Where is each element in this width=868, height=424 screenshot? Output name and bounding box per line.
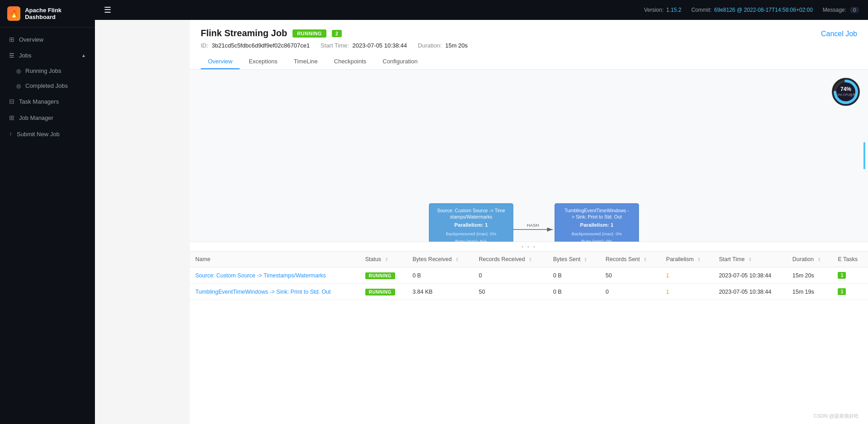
row1-parallelism-link[interactable]: 1 xyxy=(666,272,669,279)
jobs-chevron-icon: ▲ xyxy=(81,53,86,58)
row1-tasks-badge: 1 xyxy=(838,272,846,279)
sidebar-group-jobs: ☰ Jobs ▲ ◎ Running Jobs ◎ Completed Jobs xyxy=(0,48,95,93)
job-id-label: ID: 3b21cd5c5fdbc6d9df9ef02c86707ce1 xyxy=(201,42,310,49)
version-label: Version: xyxy=(644,7,663,13)
job-id-value: 3b21cd5c5fdbc6d9df9ef02c86707ce1 xyxy=(212,42,310,49)
job-duration-value: 15m 20s xyxy=(445,42,468,49)
sidebar-jobs-header[interactable]: ☰ Jobs ▲ xyxy=(0,48,95,63)
col-records-received: Records Received ⇕ xyxy=(473,252,547,267)
sidebar-item-running-jobs[interactable]: ◎ Running Jobs xyxy=(0,63,95,78)
svg-text:TumblingEventTimeWindows -: TumblingEventTimeWindows - xyxy=(565,208,629,213)
row2-name[interactable]: TumblingEventTimeWindows -> Sink: Print … xyxy=(190,284,360,300)
cancel-job-button[interactable]: Cancel Job xyxy=(821,30,857,38)
col-bytes-sent: Bytes Sent ⇕ xyxy=(547,252,600,267)
sidebar-logo: 🔥 Apache Flink Dashboard xyxy=(0,0,95,28)
job-start-time: Start Time: 2023-07-05 10:38:44 xyxy=(321,42,407,49)
row1-start-time: 2023-07-05 10:38:44 xyxy=(713,267,787,284)
task-managers-icon: ⊟ xyxy=(9,98,14,105)
col-name: Name xyxy=(190,252,360,267)
row2-tasks: 1 xyxy=(832,284,868,300)
scroll-thumb xyxy=(863,142,865,169)
row2-status: RUNNING xyxy=(360,284,407,300)
hamburger-icon[interactable]: ☰ xyxy=(104,5,111,15)
job-manager-label: Job Manager xyxy=(19,114,53,121)
svg-text:Parallelism: 1: Parallelism: 1 xyxy=(454,222,488,228)
tab-overview[interactable]: Overview xyxy=(201,54,240,69)
table-area: • • • Name Status ⇕ Bytes Received ⇕ Rec… xyxy=(190,242,868,300)
row1-name-link[interactable]: Source: Custom Source -> Timestamps/Wate… xyxy=(195,272,326,279)
row2-duration: 15m 19s xyxy=(787,284,833,300)
svg-text:Backpressured (max): 0%: Backpressured (max): 0% xyxy=(446,231,496,236)
completed-jobs-icon: ◎ xyxy=(16,83,21,89)
col-bytes-received: Bytes Received ⇕ xyxy=(407,252,473,267)
row2-parallelism-link[interactable]: 1 xyxy=(666,289,669,295)
version-value: 1.15.2 xyxy=(666,7,681,13)
row1-tasks: 1 xyxy=(832,267,868,284)
task-managers-label: Task Managers xyxy=(19,98,59,105)
parallelism-sort-icon: ⇕ xyxy=(697,257,701,262)
sidebar: 🔥 Apache Flink Dashboard ⊞ Overview ☰ Jo… xyxy=(0,0,95,424)
col-duration: Duration ⇕ xyxy=(787,252,833,267)
records-sent-sort-icon: ⇕ xyxy=(643,257,647,262)
col-start-time: Start Time ⇕ xyxy=(713,252,787,267)
start-time-sort-icon: ⇕ xyxy=(748,257,752,262)
tab-configuration[interactable]: Configuration xyxy=(375,54,425,69)
message-count-badge: 0 xyxy=(850,7,859,13)
submit-job-icon: ↑ xyxy=(9,130,12,138)
svg-text:Backpressured (max): 0%: Backpressured (max): 0% xyxy=(571,231,622,236)
topbar: ☰ Version: 1.15.2 Commit: 69e8126 @ 2022… xyxy=(95,0,868,20)
sidebar-jobs-label: Jobs xyxy=(19,52,31,59)
tab-timeline[interactable]: TimeLine xyxy=(287,54,325,69)
tab-checkpoints[interactable]: Checkpoints xyxy=(327,54,374,69)
commit-value: 69e8126 @ 2022-08-17T14:58:06+02:00 xyxy=(714,7,813,13)
job-count-badge: 2 xyxy=(332,30,342,37)
table-row: Source: Custom Source -> Timestamps/Wate… xyxy=(190,267,868,284)
table-row: TumblingEventTimeWindows -> Sink: Print … xyxy=(190,284,868,300)
more-cols-indicator: • • • xyxy=(190,242,868,251)
col-status: Status ⇕ xyxy=(360,252,407,267)
job-graph-svg: Source: Custom Source -> Time stamps/Wat… xyxy=(190,70,868,242)
sidebar-item-task-managers[interactable]: ⊟ Task Managers xyxy=(0,93,95,110)
table-header-row: Name Status ⇕ Bytes Received ⇕ Records R… xyxy=(190,252,868,267)
svg-text:HASH: HASH xyxy=(527,223,539,228)
job-duration: Duration: 15m 20s xyxy=(418,42,467,49)
col-parallelism: Parallelism ⇕ xyxy=(660,252,713,267)
sidebar-item-overview[interactable]: ⊞ Overview xyxy=(0,31,95,48)
job-start-time-value: 2023-07-05 10:38:44 xyxy=(353,42,407,49)
svg-text:10% CPU使用: 10% CPU使用 xyxy=(836,93,856,97)
job-status-badge: RUNNING xyxy=(292,29,326,38)
svg-text:Busy (max): N/A: Busy (max): N/A xyxy=(455,238,487,242)
commit-label: Commit: xyxy=(691,7,712,13)
tab-exceptions[interactable]: Exceptions xyxy=(241,54,285,69)
scroll-indicator[interactable] xyxy=(863,142,865,169)
row1-name[interactable]: Source: Custom Source -> Timestamps/Wate… xyxy=(190,267,360,284)
svg-text:Parallelism: 1: Parallelism: 1 xyxy=(580,222,614,228)
page-header: Flink Streaming Job RUNNING 2 ID: 3b21cd… xyxy=(190,20,868,70)
sidebar-item-submit-new-job[interactable]: ↑ Submit New Job xyxy=(0,126,95,142)
bytes-received-sort-icon: ⇕ xyxy=(455,257,459,262)
row2-records-sent: 0 xyxy=(600,284,661,300)
svg-text:stamps/Watermarks: stamps/Watermarks xyxy=(450,214,492,219)
row1-status: RUNNING xyxy=(360,267,407,284)
duration-sort-icon: ⇕ xyxy=(817,257,821,262)
app-name: Apache Flink Dashboard xyxy=(25,7,88,20)
sidebar-nav: ⊞ Overview ☰ Jobs ▲ ◎ Running Jobs ◎ Com… xyxy=(0,28,95,146)
svg-text:74%: 74% xyxy=(840,86,851,92)
row1-bytes-sent: 0 B xyxy=(547,267,600,284)
row1-status-badge: RUNNING xyxy=(365,272,395,279)
bytes-sent-sort-icon: ⇕ xyxy=(584,257,587,262)
sidebar-item-completed-jobs[interactable]: ◎ Completed Jobs xyxy=(0,78,95,93)
page-title-row: Flink Streaming Job RUNNING 2 xyxy=(201,28,857,38)
row2-records-received: 50 xyxy=(473,284,547,300)
graph-area[interactable]: Source: Custom Source -> Time stamps/Wat… xyxy=(190,70,868,242)
page-title: Flink Streaming Job xyxy=(201,28,287,38)
col-records-sent: Records Sent ⇕ xyxy=(600,252,661,267)
row2-name-link[interactable]: TumblingEventTimeWindows -> Sink: Print … xyxy=(195,289,331,295)
row2-status-badge: RUNNING xyxy=(365,289,395,295)
main-content: Flink Streaming Job RUNNING 2 ID: 3b21cd… xyxy=(190,20,868,424)
row2-bytes-received: 3.84 KB xyxy=(407,284,473,300)
sidebar-item-job-manager[interactable]: ⊞ Job Manager xyxy=(0,110,95,126)
watermark: CSDN @菠菜很好吃 xyxy=(814,413,859,419)
row1-duration: 15m 20s xyxy=(787,267,833,284)
row1-bytes-received: 0 B xyxy=(407,267,473,284)
